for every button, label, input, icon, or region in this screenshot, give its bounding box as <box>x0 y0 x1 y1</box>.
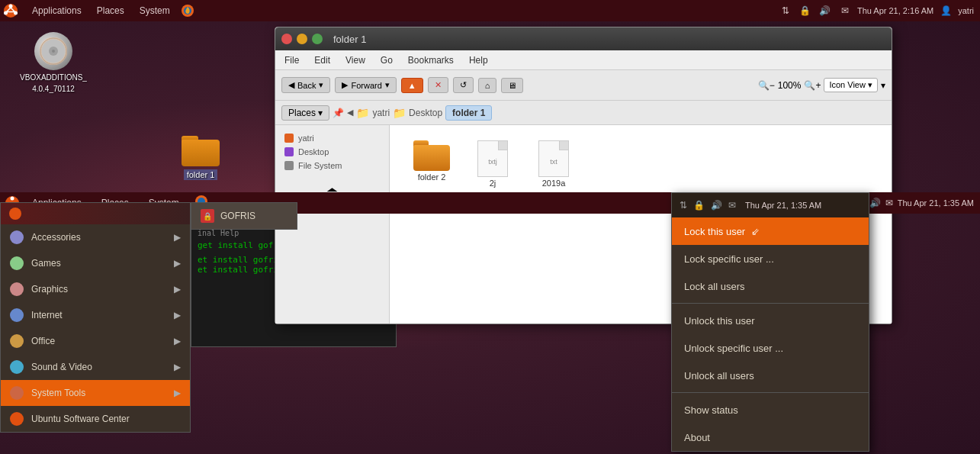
cd-icon <box>34 32 72 70</box>
menu-item-system-tools[interactable]: System Tools ▶ <box>1 380 190 406</box>
volume-icon[interactable]: 🔊 <box>818 3 833 18</box>
unlock-this-user-btn[interactable]: Unlock this user <box>672 307 869 334</box>
menu-view[interactable]: View <box>342 53 368 67</box>
ubuntu-software-icon <box>10 412 24 426</box>
file-item-2j[interactable]: txtj 2j <box>466 140 519 188</box>
lock-header-time: Thu Apr 21, 1:35 AM <box>745 201 821 210</box>
file-item-folder2[interactable]: folder 2 <box>405 140 458 188</box>
arrow-icon-systools: ▶ <box>174 388 181 398</box>
window-title: folder 1 <box>333 34 366 45</box>
ubuntu-logo[interactable] <box>0 0 21 21</box>
menu-item-office[interactable]: Office ▶ <box>1 328 190 354</box>
nav-back-small[interactable]: ◀ <box>347 108 353 118</box>
menu-item-internet[interactable]: Internet ▶ <box>1 302 190 328</box>
app-menu-logo <box>8 207 22 221</box>
up-button[interactable]: ▲ <box>401 78 423 93</box>
titlebar: folder 1 <box>275 27 892 50</box>
vboxadditions-icon[interactable]: VBOXADDITIONS_ 4.0.4_70112 <box>23 32 84 93</box>
app-menu-header <box>1 203 190 224</box>
places-button[interactable]: Places ▾ <box>281 105 329 121</box>
stop-button[interactable]: ✕ <box>428 77 448 93</box>
breadcrumb-bar: Places ▾ 📌 ◀ 📁 yatri 📁 Desktop folder 1 <box>275 101 892 125</box>
home-button[interactable]: ⌂ <box>478 78 497 93</box>
places-menu-btn[interactable]: Places <box>89 0 132 21</box>
unlock-all-users-btn[interactable]: Unlock all users <box>672 362 869 389</box>
breadcrumb-desktop[interactable]: 📁 Desktop <box>393 107 442 119</box>
doc-2j-label: 2j <box>490 179 496 188</box>
top-panel: Applications Places System ⇅ 🔒 🔊 ✉ Thu A… <box>0 0 980 21</box>
doc-2019a-label: 2019a <box>542 179 566 188</box>
menu-help[interactable]: Help <box>466 53 491 67</box>
zoom-in-icon[interactable]: 🔍+ <box>804 80 821 91</box>
lock-header-arrows: ⇅ <box>680 200 687 211</box>
refresh-button[interactable]: ↺ <box>453 77 474 93</box>
submenu-gofris[interactable]: 🔒 GOFRIS <box>191 203 297 229</box>
menubar: File Edit View Go Bookmarks Help <box>275 50 892 70</box>
menu-item-accessories[interactable]: Accessories ▶ <box>1 224 190 250</box>
sidebar-desktop[interactable]: Desktop <box>278 145 386 159</box>
volume-icon-2[interactable]: 🔊 <box>869 198 881 208</box>
lock-panel-icon[interactable]: 🔒 <box>798 3 813 18</box>
mail-icon-2[interactable]: ✉ <box>885 198 893 208</box>
app-menu: Accessories ▶ Games ▶ Graphics ▶ Interne… <box>0 202 191 433</box>
lock-header-mail: ✉ <box>728 200 736 211</box>
menu-item-sound-video[interactable]: Sound & Video ▶ <box>1 354 190 380</box>
menu-item-games[interactable]: Games ▶ <box>1 250 190 276</box>
breadcrumb-yatri[interactable]: 📁 yatri <box>356 107 390 119</box>
arrow-icon: ▶ <box>174 232 181 243</box>
internet-icon <box>10 308 24 322</box>
sidebar-yatri[interactable]: yatri <box>278 131 386 145</box>
arrow-icon-internet: ▶ <box>174 310 181 320</box>
applications-menu-btn[interactable]: Applications <box>24 0 89 21</box>
menu-item-graphics[interactable]: Graphics ▶ <box>1 276 190 302</box>
user-icon[interactable]: 👤 <box>938 3 953 18</box>
system-tools-icon <box>10 386 24 400</box>
maximize-button[interactable] <box>312 34 323 44</box>
sound-video-icon <box>10 360 24 374</box>
minimize-button[interactable] <box>297 34 307 44</box>
menu-edit[interactable]: Edit <box>311 53 333 67</box>
lock-this-user-btn[interactable]: Lock this user ⇙ <box>672 217 869 245</box>
zoom-out-icon[interactable]: 🔍− <box>758 80 775 91</box>
network-icon: ⇅ <box>778 3 793 18</box>
folder-label: folder 1 <box>184 169 218 180</box>
view-selector[interactable]: Icon View ▾ <box>824 78 878 92</box>
menu-item-ubuntu-software[interactable]: Ubuntu Software Center <box>1 406 190 432</box>
arrow-icon-graphics: ▶ <box>174 284 181 295</box>
folder-icon <box>182 136 220 166</box>
back-button[interactable]: ◀ Back ▾ <box>281 77 330 93</box>
show-status-btn[interactable]: Show status <box>672 396 869 423</box>
forward-button[interactable]: ▶ Forward ▾ <box>335 77 396 93</box>
accessories-icon <box>10 230 24 244</box>
zoom-controls: 🔍− 100% 🔍+ Icon View ▾ ▾ <box>758 78 885 92</box>
breadcrumb-folder1[interactable]: folder 1 <box>445 105 492 121</box>
system-tools-submenu: 🔒 GOFRIS <box>191 202 297 230</box>
doc-2019a-icon: txt <box>538 140 569 177</box>
cursor-indicator: ⇙ <box>751 226 760 237</box>
svg-point-11 <box>11 197 14 201</box>
close-button[interactable] <box>281 34 292 44</box>
lock-menu-header: ⇅ 🔒 🔊 ✉ Thu Apr 21, 1:35 AM <box>672 193 869 217</box>
pin-icon: 📌 <box>333 108 344 118</box>
lock-specific-user-btn[interactable]: Lock specific user ... <box>672 245 869 272</box>
system-menu-btn[interactable]: System <box>132 0 178 21</box>
arrow-icon-sound: ▶ <box>174 362 181 372</box>
firefox-icon[interactable] <box>178 0 198 21</box>
lock-all-users-btn[interactable]: Lock all users <box>672 272 869 300</box>
folder2-icon <box>413 140 450 171</box>
sidebar-filesystem[interactable]: File System <box>278 159 386 172</box>
svg-point-16 <box>9 208 21 220</box>
graphics-icon <box>10 282 24 296</box>
file-item-2019a[interactable]: txt 2019a <box>527 140 580 188</box>
computer-button[interactable]: 🖥 <box>501 78 523 93</box>
svg-point-8 <box>52 50 55 53</box>
menu-file[interactable]: File <box>281 53 302 67</box>
desktop-folder-1[interactable]: folder 1 <box>174 136 227 180</box>
menu-bookmarks[interactable]: Bookmarks <box>405 53 457 67</box>
about-btn[interactable]: About <box>672 423 869 451</box>
menu-go[interactable]: Go <box>378 53 396 67</box>
lock-menu-popup: ⇅ 🔒 🔊 ✉ Thu Apr 21, 1:35 AM Lock this us… <box>671 192 869 452</box>
mail-icon[interactable]: ✉ <box>837 3 853 18</box>
username-display: yatri <box>958 6 974 15</box>
unlock-specific-user-btn[interactable]: Unlock specific user ... <box>672 334 869 362</box>
